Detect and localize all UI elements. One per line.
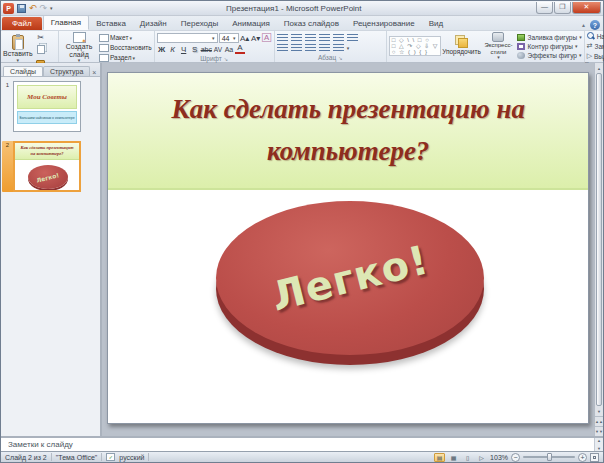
- font-name-combobox[interactable]: ▾: [157, 33, 218, 43]
- fit-to-window-button[interactable]: [590, 453, 599, 462]
- font-dialog-launcher-icon[interactable]: ↘: [224, 56, 228, 62]
- slide-sorter-view-button[interactable]: ▦: [448, 453, 459, 462]
- layout-button[interactable]: Макет▾: [99, 34, 152, 42]
- select-button[interactable]: ▷Выделить▾: [587, 52, 604, 60]
- close-button[interactable]: ✕: [572, 2, 601, 14]
- character-spacing-button[interactable]: AV: [213, 46, 223, 53]
- zoom-slider[interactable]: [523, 456, 575, 458]
- tab-transitions[interactable]: Переходы: [174, 17, 226, 30]
- tab-design[interactable]: Дизайн: [133, 17, 174, 30]
- find-button[interactable]: Найти: [587, 32, 604, 40]
- cut-button[interactable]: ✂: [35, 32, 47, 43]
- maximize-button[interactable]: ❐: [554, 2, 571, 14]
- zoom-slider-thumb[interactable]: [547, 453, 552, 461]
- bullets-button[interactable]: [277, 34, 288, 42]
- replace-button[interactable]: ⇄Заменить▾: [587, 42, 604, 50]
- copy-button[interactable]: [35, 44, 47, 55]
- shape-outline-icon: [517, 43, 525, 50]
- justify-button[interactable]: [319, 44, 330, 52]
- shape-outline-button[interactable]: Контур фигуры▾: [517, 43, 581, 50]
- language-indicator[interactable]: русский: [119, 454, 144, 461]
- shape-effects-icon: [517, 52, 525, 59]
- align-left-button[interactable]: [277, 44, 288, 52]
- tab-file[interactable]: Файл: [2, 17, 42, 30]
- title-bar: P ↶ ↷ ▾ Презентация1 - Microsoft PowerPo…: [1, 1, 603, 16]
- numbering-button[interactable]: [291, 34, 302, 42]
- strikethrough-button[interactable]: abc: [201, 46, 212, 53]
- tab-home[interactable]: Главная: [43, 15, 89, 30]
- notes-pane[interactable]: Заметки к слайду ▲▼: [1, 436, 603, 451]
- shapes-gallery[interactable]: □ ◇ \ \ □ ○ □ △ ↷ ◇ ⇩ ▽ ○ ☆ ( ) { }: [389, 36, 442, 56]
- arrange-button[interactable]: Упорядочить: [443, 38, 479, 55]
- panel-close-icon[interactable]: ×: [90, 69, 98, 76]
- slide-canvas[interactable]: Как сделать презентацию на компьютере? Л…: [107, 72, 589, 424]
- italic-button[interactable]: К: [168, 45, 178, 54]
- zoom-out-button[interactable]: −: [511, 453, 520, 462]
- slide-thumbnail-1[interactable]: 1 Мои Советы Большим чайникам о компьюте…: [2, 81, 97, 132]
- vertical-scrollbar[interactable]: ▲ ▼ ▲▲ ▼▼: [594, 63, 603, 436]
- window-controls: — ❐ ✕: [535, 2, 601, 14]
- align-center-button[interactable]: [291, 44, 302, 52]
- increase-indent-button[interactable]: [319, 34, 330, 42]
- tab-slideshow[interactable]: Показ слайдов: [277, 17, 346, 30]
- text-direction-button[interactable]: [347, 34, 358, 42]
- title-placeholder[interactable]: Как сделать презентацию на компьютере?: [108, 73, 588, 190]
- align-right-button[interactable]: [305, 44, 316, 52]
- separator: [148, 453, 149, 461]
- smartart-convert-button[interactable]: ▾: [347, 45, 350, 51]
- reset-button[interactable]: Восстановить: [99, 44, 152, 52]
- paragraph-dialog-launcher-icon[interactable]: ↘: [338, 55, 342, 61]
- thumbnail-list: 1 Мои Советы Большим чайникам о компьюте…: [1, 77, 100, 436]
- undo-icon[interactable]: ↶: [29, 3, 37, 13]
- clear-formatting-button[interactable]: 🄰: [262, 33, 272, 43]
- slideshow-view-button[interactable]: ▷: [476, 453, 487, 462]
- slide-editor[interactable]: Как сделать презентацию на компьютере? Л…: [102, 63, 594, 436]
- zoom-in-button[interactable]: +: [578, 453, 587, 462]
- scroll-up-icon[interactable]: ▲: [595, 63, 603, 73]
- shape-fill-icon: [517, 34, 525, 41]
- new-slide-button[interactable]: Создать слайд ▾: [61, 32, 97, 64]
- underline-button[interactable]: Ч: [179, 45, 189, 54]
- spellcheck-icon[interactable]: ✓: [106, 453, 115, 461]
- columns-button[interactable]: [333, 44, 344, 52]
- tab-review[interactable]: Рецензирование: [346, 17, 422, 30]
- decrease-indent-button[interactable]: [305, 34, 316, 42]
- tab-animations[interactable]: Анимация: [225, 17, 277, 30]
- shape-effects-button[interactable]: Эффекты фигур▾: [517, 52, 581, 59]
- reading-view-button[interactable]: ▯: [462, 453, 473, 462]
- quick-styles-icon: [492, 32, 504, 42]
- shrink-font-button[interactable]: A▾: [251, 34, 261, 43]
- next-slide-button[interactable]: ▼▼: [595, 426, 603, 436]
- font-size-combobox[interactable]: 44▾: [219, 33, 239, 43]
- slide-thumbnail-2[interactable]: 2 Как сделать презентацию на компьютере?…: [2, 141, 97, 192]
- scrollbar-thumb[interactable]: [596, 73, 602, 406]
- section-button[interactable]: Раздел▾: [99, 54, 152, 62]
- minimize-button[interactable]: —: [536, 2, 553, 14]
- tab-insert[interactable]: Вставка: [89, 17, 133, 30]
- save-icon[interactable]: [17, 4, 26, 13]
- normal-view-button[interactable]: ▤: [434, 453, 445, 462]
- minimize-ribbon-icon[interactable]: ▲: [581, 22, 586, 28]
- bold-button[interactable]: Ж: [157, 45, 167, 54]
- scroll-down-icon[interactable]: ▼: [595, 406, 603, 416]
- grow-font-button[interactable]: A▴: [240, 34, 250, 43]
- quick-styles-button[interactable]: Экспресс-стили ▾: [481, 32, 515, 61]
- powerpoint-app-icon[interactable]: P: [3, 3, 14, 14]
- tab-row-right: ▲ ?: [581, 20, 602, 30]
- change-case-button[interactable]: Aa: [224, 46, 234, 53]
- ellipse-shape[interactable]: Легко!: [216, 201, 484, 355]
- help-icon[interactable]: ?: [590, 20, 600, 30]
- font-color-button[interactable]: А: [235, 44, 245, 54]
- paste-button[interactable]: Вставить ▾: [3, 35, 33, 63]
- tab-view[interactable]: Вид: [422, 17, 450, 30]
- shape-fill-button[interactable]: Заливка фигуры▾: [517, 34, 581, 41]
- panel-tab-slides[interactable]: Слайды: [3, 66, 43, 76]
- notes-scrollbar[interactable]: ▲▼: [594, 438, 603, 451]
- line-spacing-button[interactable]: [333, 34, 344, 42]
- zoom-level[interactable]: 103%: [490, 454, 508, 461]
- previous-slide-button[interactable]: ▲▲: [595, 416, 603, 426]
- notes-scroll-up-icon[interactable]: ▲: [597, 438, 601, 443]
- text-shadow-button[interactable]: S: [190, 45, 200, 54]
- redo-icon[interactable]: ↷: [40, 3, 48, 13]
- panel-tab-outline[interactable]: Структура: [43, 66, 90, 76]
